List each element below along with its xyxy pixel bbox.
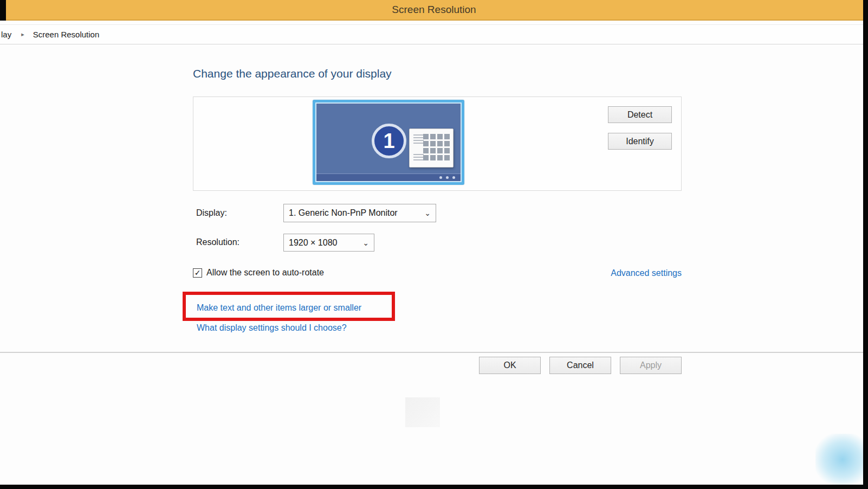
bottom-black-edge xyxy=(0,485,868,489)
monitor-number-badge: 1 xyxy=(372,124,406,158)
ellipsis-dot-icon xyxy=(452,176,455,179)
breadcrumb-arrow-icon: ▸ xyxy=(21,31,24,38)
autorotate-checkbox[interactable]: ✓ xyxy=(193,268,202,278)
corner-logo-blur xyxy=(815,434,868,485)
window-title: Screen Resolution xyxy=(392,4,476,16)
detect-button[interactable]: Detect xyxy=(608,106,672,123)
ok-button[interactable]: OK xyxy=(479,357,541,374)
top-left-black-patch xyxy=(0,0,6,21)
autorotate-row: ✓ Allow the screen to auto-rotate xyxy=(193,268,324,278)
advanced-settings-link[interactable]: Advanced settings xyxy=(611,268,682,278)
keypad-key-grid xyxy=(423,134,450,160)
chevron-down-icon: ⌄ xyxy=(362,239,369,247)
resolution-select-value: 1920 × 1080 xyxy=(289,238,337,248)
breadcrumb-item-display-partial[interactable]: lay xyxy=(1,30,11,39)
window-titlebar: Screen Resolution xyxy=(0,0,868,21)
keypad-text-lines xyxy=(413,134,424,144)
keypad-icon xyxy=(409,128,454,168)
red-highlight-box xyxy=(183,292,395,321)
ellipsis-dot-icon xyxy=(446,176,449,179)
apply-button[interactable]: Apply xyxy=(620,357,682,374)
screen-resolution-window: Screen Resolution lay ▸ Screen Resolutio… xyxy=(0,0,868,489)
cancel-button[interactable]: Cancel xyxy=(549,357,611,374)
keypad-text-lines xyxy=(413,154,424,160)
display-select-value: 1. Generic Non-PnP Monitor xyxy=(289,208,398,218)
breadcrumb: lay ▸ Screen Resolution xyxy=(0,24,868,44)
blurred-watermark xyxy=(405,397,440,427)
display-select[interactable]: 1. Generic Non-PnP Monitor ⌄ xyxy=(283,204,436,222)
display-settings-help-link[interactable]: What display settings should I choose? xyxy=(197,323,347,333)
page-title: Change the appearance of your display xyxy=(193,67,392,80)
right-black-edge xyxy=(863,0,868,489)
display-label: Display: xyxy=(196,208,227,218)
monitor-bottom-strip xyxy=(316,173,461,181)
breadcrumb-item-current[interactable]: Screen Resolution xyxy=(33,30,100,39)
identify-button[interactable]: Identify xyxy=(608,133,672,150)
checkmark-icon: ✓ xyxy=(195,269,201,276)
chevron-down-icon: ⌄ xyxy=(424,209,431,217)
ellipsis-dot-icon xyxy=(439,176,442,179)
resolution-select[interactable]: 1920 × 1080 ⌄ xyxy=(283,234,374,252)
footer-divider xyxy=(0,352,868,353)
monitor-preview[interactable]: 1 xyxy=(313,100,464,185)
autorotate-label[interactable]: Allow the screen to auto-rotate xyxy=(206,268,324,278)
resolution-label: Resolution: xyxy=(196,237,239,247)
